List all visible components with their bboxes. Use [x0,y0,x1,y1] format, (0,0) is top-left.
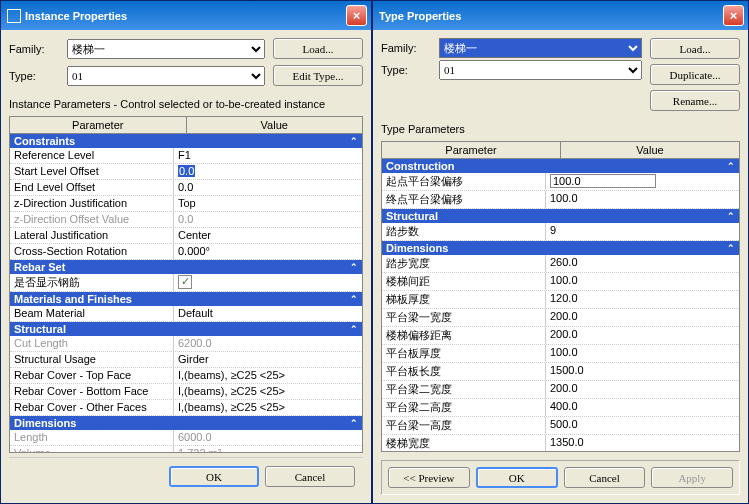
instance-properties-dialog: Instance Properties × Family: 楼梯一 Load..… [0,0,372,504]
param-name: Structural Usage [10,352,174,367]
family-select[interactable]: 楼梯一 [439,38,642,58]
param-value[interactable]: 0.000° [174,244,362,259]
param-value[interactable]: ✓ [174,274,362,291]
table-row[interactable]: 终点平台梁偏移100.0 [382,191,739,209]
col-value: Value [561,142,739,158]
param-value[interactable]: 6000.0 [174,430,362,445]
table-row[interactable]: 起点平台梁偏移100.0 [382,173,739,191]
instance-params-desc: Instance Parameters - Control selected o… [9,98,363,110]
type-properties-dialog: Type Properties × Family: 楼梯一 Type: 01 L… [372,0,749,504]
param-value[interactable]: 400.0 [546,399,739,416]
section-header[interactable]: Constraints⌃ [10,134,362,148]
type-params-desc: Type Parameters [381,123,740,135]
section-header[interactable]: Rebar Set⌃ [10,260,362,274]
param-value[interactable]: Center [174,228,362,243]
param-value[interactable]: I,(beams), ≥C25 <25> [174,384,362,399]
table-row[interactable]: z-Direction JustificationTop [10,196,362,212]
table-row[interactable]: Rebar Cover - Top FaceI,(beams), ≥C25 <2… [10,368,362,384]
apply-button[interactable]: Apply [651,467,733,488]
table-row[interactable]: 平台梁一宽度200.0 [382,309,739,327]
param-value[interactable]: F1 [174,148,362,163]
load-button[interactable]: Load... [273,38,363,59]
table-row[interactable]: 平台梁二宽度200.0 [382,381,739,399]
param-value[interactable]: 1350.0 [546,435,739,451]
table-row[interactable]: 平台板厚度100.0 [382,345,739,363]
param-name: 楼梯偏移距离 [382,327,546,344]
edit-type-button[interactable]: Edit Type... [273,65,363,86]
table-row[interactable]: 平台板长度1500.0 [382,363,739,381]
param-value[interactable]: 100.0 [546,273,739,290]
section-header[interactable]: Structural⌃ [10,322,362,336]
params-body[interactable]: Construction⌃起点平台梁偏移100.0终点平台梁偏移100.0Str… [382,159,739,451]
param-value[interactable]: 500.0 [546,417,739,434]
table-row[interactable]: Reference LevelF1 [10,148,362,164]
table-row[interactable]: Length6000.0 [10,430,362,446]
param-value[interactable]: 120.0 [546,291,739,308]
param-name: 是否显示钢筋 [10,274,174,291]
load-button[interactable]: Load... [650,38,740,59]
param-value[interactable]: Top [174,196,362,211]
table-row[interactable]: 平台梁二高度400.0 [382,399,739,417]
ok-button[interactable]: OK [476,467,558,488]
table-row[interactable]: Start Level Offset0.0 [10,164,362,180]
param-value[interactable]: 0.0 [174,212,362,227]
param-value[interactable]: I,(beams), ≥C25 <25> [174,368,362,383]
table-row[interactable]: 楼梯宽度1350.0 [382,435,739,451]
table-row[interactable]: 楼梯间距100.0 [382,273,739,291]
param-value[interactable]: 100.0 [546,173,739,190]
table-row[interactable]: 平台梁一高度500.0 [382,417,739,435]
param-value[interactable]: 200.0 [546,309,739,326]
title-bar: Type Properties × [373,1,748,30]
family-select[interactable]: 楼梯一 [67,39,265,59]
param-value[interactable]: 260.0 [546,255,739,272]
param-value[interactable]: 1500.0 [546,363,739,380]
param-value[interactable]: 9 [546,223,739,240]
section-header[interactable]: Construction⌃ [382,159,739,173]
param-value[interactable]: 200.0 [546,381,739,398]
section-header[interactable]: Dimensions⌃ [382,241,739,255]
cancel-button[interactable]: Cancel [265,466,355,487]
section-header[interactable]: Dimensions⌃ [10,416,362,430]
table-row[interactable]: z-Direction Offset Value0.0 [10,212,362,228]
table-row[interactable]: Volume1.722 m³ [10,446,362,452]
table-row[interactable]: 楼梯偏移距离200.0 [382,327,739,345]
params-body[interactable]: Constraints⌃Reference LevelF1Start Level… [10,134,362,452]
table-row[interactable]: Rebar Cover - Other FacesI,(beams), ≥C25… [10,400,362,416]
param-value[interactable]: 0.0 [174,180,362,195]
duplicate-button[interactable]: Duplicate... [650,64,740,85]
table-row[interactable]: Lateral JustificationCenter [10,228,362,244]
family-label: Family: [381,42,431,54]
section-header[interactable]: Structural⌃ [382,209,739,223]
table-row[interactable]: 踏步数9 [382,223,739,241]
section-header[interactable]: Materials and Finishes⌃ [10,292,362,306]
title-bar: Instance Properties × [1,1,371,30]
table-row[interactable]: 梯板厚度120.0 [382,291,739,309]
checkbox-icon[interactable]: ✓ [178,275,192,289]
rename-button[interactable]: Rename... [650,90,740,111]
preview-button[interactable]: << Preview [388,467,470,488]
cancel-button[interactable]: Cancel [564,467,646,488]
param-value[interactable]: 0.0 [174,164,362,179]
param-value[interactable]: 100.0 [546,345,739,362]
param-value[interactable]: 6200.0 [174,336,362,351]
type-select[interactable]: 01 [439,60,642,80]
param-value[interactable]: Default [174,306,362,321]
param-value[interactable]: Girder [174,352,362,367]
param-value[interactable]: 200.0 [546,327,739,344]
param-value[interactable]: 1.722 m³ [174,446,362,452]
param-value[interactable]: I,(beams), ≥C25 <25> [174,400,362,415]
table-row[interactable]: 踏步宽度260.0 [382,255,739,273]
type-select[interactable]: 01 [67,66,265,86]
table-row[interactable]: Cross-Section Rotation0.000° [10,244,362,260]
table-row[interactable]: Structural UsageGirder [10,352,362,368]
table-row[interactable]: End Level Offset0.0 [10,180,362,196]
close-button[interactable]: × [346,5,367,26]
param-value[interactable]: 100.0 [546,191,739,208]
table-row[interactable]: 是否显示钢筋✓ [10,274,362,292]
ok-button[interactable]: OK [169,466,259,487]
table-row[interactable]: Rebar Cover - Bottom FaceI,(beams), ≥C25… [10,384,362,400]
close-button[interactable]: × [723,5,744,26]
table-row[interactable]: Cut Length6200.0 [10,336,362,352]
table-row[interactable]: Beam MaterialDefault [10,306,362,322]
collapse-icon: ⌃ [350,324,358,334]
